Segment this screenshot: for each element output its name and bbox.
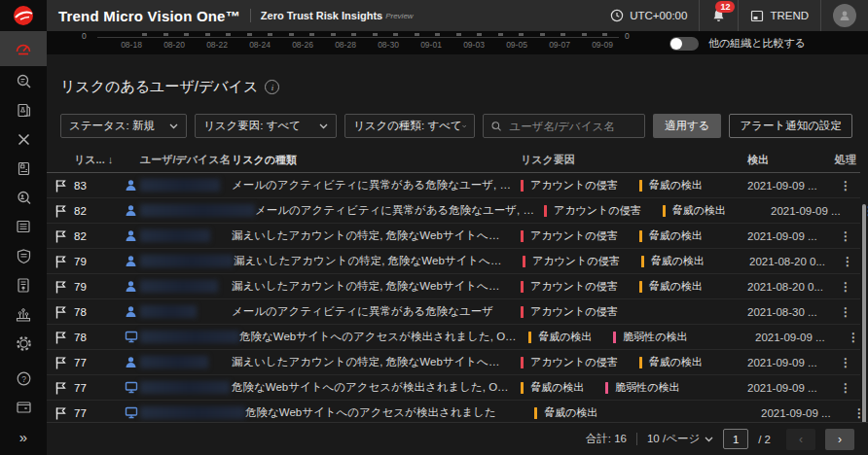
risk-factor-cell: アカウントの侵害脅威の検出: [521, 279, 747, 294]
row-actions-kebab-icon[interactable]: ⋮: [831, 280, 860, 294]
flag-icon[interactable]: [54, 356, 74, 369]
report-document-icon: [16, 277, 31, 294]
sidebar-item-risk-dashboard[interactable]: [0, 31, 47, 66]
sidebar-item-console-apps[interactable]: [0, 393, 47, 422]
risk-type-cell: メールのアクティビティに異常がある危険なユーザ, 漏えいした...: [255, 203, 544, 218]
flag-icon[interactable]: [54, 406, 74, 420]
flag-icon[interactable]: [54, 280, 74, 294]
row-actions-kebab-icon[interactable]: ⋮: [833, 255, 862, 268]
table-row[interactable]: 79 漏えいしたアカウントの特定, 危険なWebサイトへのアクセスが... アカ…: [47, 274, 860, 299]
user-icon: [125, 356, 137, 368]
detected-date: 2021-09-09 ...: [771, 205, 854, 217]
info-icon[interactable]: i: [265, 80, 279, 94]
sidebar-item-endpoint-shield[interactable]: [0, 241, 47, 270]
table-row[interactable]: 77 漏えいしたアカウントの特定, 危険なWebサイトへのアクセスが... アカ…: [47, 350, 860, 375]
row-actions-kebab-icon[interactable]: ⋮: [831, 356, 860, 369]
sidebar-item-automation[interactable]: [0, 299, 47, 329]
sidebar-item-search[interactable]: [0, 66, 47, 95]
search-icon: [491, 121, 501, 132]
table-row[interactable]: 83 メールのアクティビティに異常がある危険なユーザ, 漏えいした... アカウ…: [47, 173, 860, 198]
axis-tick: [351, 33, 356, 36]
table-row[interactable]: 79 漏えいしたアカウントの特定, 危険なWebサイトへのアクセスが... アカ…: [47, 249, 860, 274]
user-avatar[interactable]: [833, 4, 856, 27]
table-row[interactable]: 77 危険なWebサイトへのアクセスが検出されました, OSの脆弱性の... 脅…: [47, 375, 860, 401]
axis-tick: [519, 33, 524, 36]
preview-label: Preview: [385, 12, 413, 20]
toggle-switch-off[interactable]: [669, 37, 699, 51]
timezone-selector[interactable]: UTC+00:00: [598, 0, 699, 31]
compare-organizations-toggle[interactable]: 他の組織と比較する: [669, 36, 806, 51]
detected-column-header[interactable]: 検出: [747, 153, 831, 167]
vertical-scrollbar[interactable]: [862, 204, 866, 441]
next-page-button[interactable]: ›: [825, 429, 854, 450]
axis-tick: [247, 33, 252, 36]
flag-icon[interactable]: [54, 229, 74, 243]
toggle-knob: [670, 38, 682, 50]
flag-icon[interactable]: [54, 381, 74, 395]
sidebar-item-threat-hunting[interactable]: [0, 183, 47, 212]
notifications-button[interactable]: 12: [700, 0, 738, 31]
flag-icon[interactable]: [54, 255, 74, 268]
name-column-header[interactable]: ユーザ/デバイス名: [140, 153, 232, 167]
redacted-entity-name: [140, 356, 232, 368]
table-row[interactable]: 78 危険なWebサイトへのアクセスが検出されました, OSの脆弱性の... 脅…: [47, 325, 860, 350]
sidebar-item-data-policy[interactable]: [0, 154, 47, 183]
table-row[interactable]: 82 漏えいしたアカウントの特定, 危険なWebサイトへのアクセスが... アカ…: [47, 224, 860, 249]
row-actions-kebab-icon[interactable]: ⋮: [831, 381, 860, 395]
flag-icon[interactable]: [54, 179, 74, 192]
table-row[interactable]: 82 メールのアクティビティに異常がある危険なユーザ, 漏えいした... アカウ…: [47, 198, 860, 224]
sidebar-item-observed-attack-techniques[interactable]: [0, 95, 47, 124]
axis-tick: [582, 33, 587, 36]
risk-factor-filter-dropdown[interactable]: リスク要因: すべて: [195, 114, 337, 138]
page-title: リスクのあるユーザ/デバイス: [60, 78, 258, 96]
sidebar-item-help[interactable]: ?: [0, 364, 47, 393]
apply-button[interactable]: 適用する: [653, 114, 722, 138]
console-switcher[interactable]: TREND: [739, 0, 820, 31]
action-column-header: 処理: [831, 153, 860, 167]
current-page-input[interactable]: 1: [723, 429, 748, 449]
page-size-selector[interactable]: 10 /ページ: [647, 432, 713, 446]
flag-icon[interactable]: [54, 204, 74, 218]
sidebar-item-task-list[interactable]: [0, 212, 47, 241]
prev-page-button[interactable]: ‹: [786, 429, 815, 450]
flag-icon[interactable]: [54, 305, 74, 319]
console-label: TREND: [770, 10, 809, 21]
risk-score: 82: [74, 230, 125, 242]
factor-column-header[interactable]: リスク要因: [521, 153, 747, 167]
risk-factor-color-bar: [639, 180, 642, 192]
risk-type-cell: メールのアクティビティに異常がある危険なユーザ: [232, 304, 521, 319]
risk-type-filter-dropdown[interactable]: リスクの種類: すべて: [344, 114, 475, 138]
risk-score: 78: [74, 332, 125, 343]
status-filter-label: ステータス: 新規: [69, 119, 155, 133]
sidebar-item-xdr[interactable]: [0, 124, 47, 154]
risk-factor-badge: 脆弱性の検出: [605, 380, 679, 395]
sidebar-item-settings[interactable]: [0, 329, 47, 358]
row-actions-kebab-icon[interactable]: ⋮: [831, 229, 860, 243]
axis-tick: [393, 33, 398, 36]
alert-settings-button[interactable]: アラート通知の設定: [729, 114, 852, 138]
row-actions-kebab-icon[interactable]: ⋮: [831, 179, 860, 192]
risk-score: 82: [74, 205, 125, 217]
trend-micro-logo[interactable]: [0, 0, 47, 31]
risk-factor-badge: 脆弱性の検出: [613, 330, 687, 344]
type-column-header[interactable]: リスクの種類: [232, 153, 521, 167]
gear-icon: [16, 335, 32, 352]
workflow-pins-icon: [15, 306, 32, 323]
header-separator: [820, 0, 821, 31]
table-row[interactable]: 78 メールのアクティビティに異常がある危険なユーザ アカウントの侵害 2021…: [47, 299, 860, 325]
status-filter-dropdown[interactable]: ステータス: 新規: [60, 114, 187, 138]
row-actions-kebab-icon[interactable]: ⋮: [831, 305, 860, 319]
chevron-down-icon: [169, 123, 178, 129]
search-input[interactable]: [507, 120, 636, 133]
risk-factor-label: 脅威の検出: [649, 355, 703, 369]
axis-tick: [602, 33, 607, 36]
flag-icon[interactable]: [54, 331, 74, 344]
risk-type-cell: 漏えいしたアカウントの特定, 危険なWebサイトへのアクセスが...: [232, 228, 521, 243]
search-box[interactable]: [483, 114, 645, 138]
sidebar-expand-button[interactable]: »: [0, 422, 47, 451]
risk-factor-filter-label: リスク要因: すべて: [203, 119, 301, 133]
sidebar-item-reports[interactable]: [0, 270, 47, 299]
risk-factor-badge: 脅威の検出: [639, 355, 703, 369]
score-column-header[interactable]: リス... ↓: [74, 153, 125, 167]
redacted-entity-name: [140, 204, 255, 217]
